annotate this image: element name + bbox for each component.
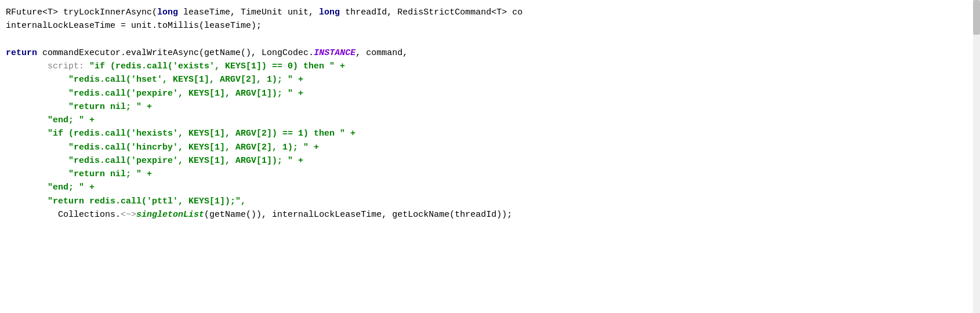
- code-line: "return nil; " +: [6, 168, 980, 181]
- code-line: [6, 33, 980, 46]
- code-token: "return nil; " +: [68, 102, 152, 112]
- code-token: [6, 196, 48, 206]
- code-token: "redis.call('pexpire', KEYS[1], ARGV[1])…: [68, 156, 303, 166]
- code-token: [6, 129, 48, 139]
- code-token: "end; " +: [48, 183, 95, 192]
- code-token: singletonList: [136, 210, 204, 220]
- code-token: , command,: [355, 48, 408, 58]
- code-line: "redis.call('pexpire', KEYS[1], ARGV[1])…: [6, 154, 980, 168]
- scrollbar-thumb[interactable]: [973, 0, 980, 35]
- code-token: "return nil; " +: [68, 169, 152, 179]
- code-token: = unit.toMillis(leaseTime);: [115, 21, 262, 31]
- code-content: RFuture<T> tryLockInnerAsync(long leaseT…: [6, 6, 980, 221]
- code-line: return commandExecutor.evalWriteAsync(ge…: [6, 46, 980, 60]
- code-token: [6, 61, 48, 71]
- code-token: "end; " +: [48, 115, 95, 125]
- code-token: [6, 183, 48, 192]
- code-token: leaseTime, TimeUnit unit,: [178, 8, 319, 17]
- code-token: "if (redis.call('hexists', KEYS[1], ARGV…: [48, 129, 355, 139]
- code-token: long: [319, 8, 340, 17]
- code-token: [6, 102, 68, 112]
- code-line: script: "if (redis.call('exists', KEYS[1…: [6, 60, 980, 73]
- code-token: "redis.call('hincrby', KEYS[1], ARGV[2],…: [68, 143, 319, 152]
- code-token: commandExecutor: [42, 48, 121, 58]
- code-token: "return redis.call('pttl', KEYS[1]);",: [48, 196, 246, 206]
- code-token: (getName()), internalLockLeaseTime, getL…: [204, 210, 512, 220]
- code-token: "if (redis.call('exists', KEYS[1]) == 0)…: [89, 61, 345, 71]
- code-line: "end; " +: [6, 114, 980, 127]
- code-line: "if (redis.call('hexists', KEYS[1], ARGV…: [6, 127, 980, 140]
- code-editor: RFuture<T> tryLockInnerAsync(long leaseT…: [0, 0, 980, 313]
- code-line: "redis.call('hincrby', KEYS[1], ARGV[2],…: [6, 141, 980, 154]
- scrollbar[interactable]: [973, 0, 980, 313]
- code-line: "redis.call('hset', KEYS[1], ARGV[2], 1)…: [6, 73, 980, 86]
- code-token: <~>: [121, 210, 136, 220]
- code-token: [6, 169, 68, 179]
- code-token: [84, 61, 89, 71]
- code-token: threadId, RedisStrictCommand<T> co: [340, 8, 522, 17]
- code-token: return: [6, 48, 37, 58]
- code-line: internalLockLeaseTime = unit.toMillis(le…: [6, 19, 980, 32]
- code-token: Collections.: [6, 210, 121, 220]
- code-line: "return redis.call('pttl', KEYS[1]);",: [6, 195, 980, 208]
- code-line: RFuture<T> tryLockInnerAsync(long leaseT…: [6, 6, 980, 19]
- code-token: [6, 156, 68, 166]
- code-token: [6, 115, 48, 125]
- code-token: "redis.call('pexpire', KEYS[1], ARGV[1])…: [68, 89, 303, 99]
- code-token: "redis.call('hset', KEYS[1], ARGV[2], 1)…: [68, 75, 303, 85]
- code-line: "end; " +: [6, 181, 980, 194]
- code-token: INSTANCE: [314, 48, 355, 58]
- code-line: "return nil; " +: [6, 100, 980, 114]
- code-token: long: [157, 8, 178, 17]
- code-token: internalLockLeaseTime: [6, 21, 115, 31]
- code-token: [37, 48, 42, 58]
- code-token: [6, 89, 68, 99]
- code-line: "redis.call('pexpire', KEYS[1], ARGV[1])…: [6, 87, 980, 100]
- code-token: RFuture<T> tryLockInnerAsync(: [6, 8, 157, 17]
- code-token: [6, 75, 68, 85]
- code-token: [6, 143, 68, 152]
- code-token: .evalWriteAsync(getName(), LongCodec.: [121, 48, 314, 58]
- code-token: script:: [48, 61, 84, 71]
- code-line: Collections.<~>singletonList(getName()),…: [6, 208, 980, 221]
